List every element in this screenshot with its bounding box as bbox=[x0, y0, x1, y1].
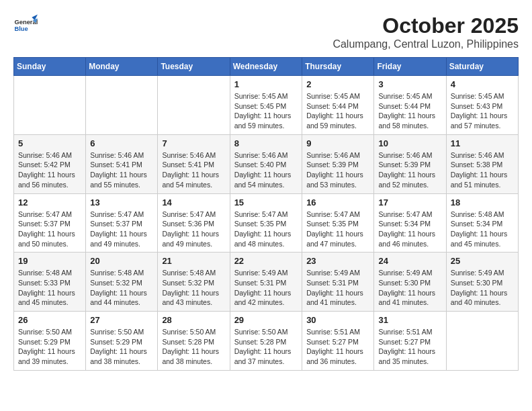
calendar-table: SundayMondayTuesdayWednesdayThursdayFrid… bbox=[13, 57, 519, 371]
weekday-header-friday: Friday bbox=[374, 58, 446, 76]
day-info: Sunrise: 5:48 AMSunset: 5:32 PMDaylight:… bbox=[90, 268, 154, 308]
weekday-header-saturday: Saturday bbox=[446, 58, 518, 76]
day-number: 2 bbox=[306, 79, 370, 89]
day-info: Sunrise: 5:46 AMSunset: 5:42 PMDaylight:… bbox=[18, 150, 82, 190]
day-number: 24 bbox=[378, 256, 442, 266]
day-info: Sunrise: 5:46 AMSunset: 5:39 PMDaylight:… bbox=[378, 150, 442, 190]
calendar-cell: 1Sunrise: 5:45 AMSunset: 5:45 PMDaylight… bbox=[230, 76, 302, 135]
day-info: Sunrise: 5:46 AMSunset: 5:41 PMDaylight:… bbox=[162, 150, 226, 190]
day-info: Sunrise: 5:50 AMSunset: 5:28 PMDaylight:… bbox=[162, 327, 226, 367]
calendar-cell: 25Sunrise: 5:49 AMSunset: 5:30 PMDayligh… bbox=[446, 253, 518, 312]
day-info: Sunrise: 5:46 AMSunset: 5:41 PMDaylight:… bbox=[90, 150, 154, 190]
day-info: Sunrise: 5:47 AMSunset: 5:36 PMDaylight:… bbox=[162, 210, 226, 249]
calendar-cell: 5Sunrise: 5:46 AMSunset: 5:42 PMDaylight… bbox=[14, 134, 86, 193]
day-info: Sunrise: 5:49 AMSunset: 5:30 PMDaylight:… bbox=[378, 268, 442, 308]
weekday-header-thursday: Thursday bbox=[302, 58, 374, 76]
day-number: 30 bbox=[306, 315, 370, 325]
day-info: Sunrise: 5:46 AMSunset: 5:39 PMDaylight:… bbox=[306, 150, 370, 190]
weekday-header-monday: Monday bbox=[86, 58, 158, 76]
logo-icon: General Blue bbox=[13, 13, 38, 38]
calendar-week-2: 5Sunrise: 5:46 AMSunset: 5:42 PMDaylight… bbox=[14, 134, 519, 193]
calendar-cell: 20Sunrise: 5:48 AMSunset: 5:32 PMDayligh… bbox=[86, 253, 158, 312]
day-number: 26 bbox=[18, 315, 82, 325]
day-number: 22 bbox=[234, 256, 299, 266]
weekday-header-tuesday: Tuesday bbox=[158, 58, 230, 76]
calendar-cell: 6Sunrise: 5:46 AMSunset: 5:41 PMDaylight… bbox=[86, 134, 158, 193]
day-number: 13 bbox=[90, 197, 154, 208]
svg-text:Blue: Blue bbox=[14, 26, 28, 32]
day-info: Sunrise: 5:48 AMSunset: 5:34 PMDaylight:… bbox=[451, 210, 515, 249]
day-info: Sunrise: 5:46 AMSunset: 5:38 PMDaylight:… bbox=[451, 150, 515, 190]
day-info: Sunrise: 5:50 AMSunset: 5:29 PMDaylight:… bbox=[90, 327, 154, 367]
location-title: Calumpang, Central Luzon, Philippines bbox=[332, 38, 519, 50]
calendar-cell bbox=[86, 76, 158, 135]
calendar-cell: 18Sunrise: 5:48 AMSunset: 5:34 PMDayligh… bbox=[446, 193, 518, 253]
day-info: Sunrise: 5:51 AMSunset: 5:27 PMDaylight:… bbox=[306, 327, 370, 367]
calendar-cell: 26Sunrise: 5:50 AMSunset: 5:29 PMDayligh… bbox=[14, 312, 86, 371]
calendar-cell: 3Sunrise: 5:45 AMSunset: 5:44 PMDaylight… bbox=[374, 76, 446, 135]
calendar-cell: 8Sunrise: 5:46 AMSunset: 5:40 PMDaylight… bbox=[230, 134, 302, 193]
calendar-cell: 28Sunrise: 5:50 AMSunset: 5:28 PMDayligh… bbox=[158, 312, 230, 371]
page-header: General Blue October 2025 Calumpang, Cen… bbox=[13, 13, 519, 50]
title-block: October 2025 Calumpang, Central Luzon, P… bbox=[332, 13, 519, 50]
calendar-cell: 9Sunrise: 5:46 AMSunset: 5:39 PMDaylight… bbox=[302, 134, 374, 193]
day-info: Sunrise: 5:47 AMSunset: 5:35 PMDaylight:… bbox=[306, 210, 370, 249]
day-info: Sunrise: 5:49 AMSunset: 5:31 PMDaylight:… bbox=[306, 268, 370, 308]
calendar-week-4: 19Sunrise: 5:48 AMSunset: 5:33 PMDayligh… bbox=[14, 253, 519, 312]
day-info: Sunrise: 5:47 AMSunset: 5:37 PMDaylight:… bbox=[18, 210, 82, 249]
day-number: 14 bbox=[162, 197, 226, 208]
calendar-cell bbox=[158, 76, 230, 135]
weekday-header-sunday: Sunday bbox=[14, 58, 86, 76]
calendar-cell: 23Sunrise: 5:49 AMSunset: 5:31 PMDayligh… bbox=[302, 253, 374, 312]
day-number: 6 bbox=[90, 138, 154, 148]
calendar-cell: 31Sunrise: 5:51 AMSunset: 5:27 PMDayligh… bbox=[374, 312, 446, 371]
day-number: 3 bbox=[378, 79, 442, 89]
day-number: 31 bbox=[378, 315, 442, 325]
day-number: 10 bbox=[378, 138, 442, 148]
calendar-cell: 24Sunrise: 5:49 AMSunset: 5:30 PMDayligh… bbox=[374, 253, 446, 312]
calendar-week-5: 26Sunrise: 5:50 AMSunset: 5:29 PMDayligh… bbox=[14, 312, 519, 371]
day-number: 27 bbox=[90, 315, 154, 325]
day-number: 19 bbox=[18, 256, 82, 266]
day-info: Sunrise: 5:47 AMSunset: 5:34 PMDaylight:… bbox=[378, 210, 442, 249]
day-info: Sunrise: 5:49 AMSunset: 5:30 PMDaylight:… bbox=[451, 268, 515, 308]
weekday-header-wednesday: Wednesday bbox=[230, 58, 302, 76]
day-info: Sunrise: 5:50 AMSunset: 5:28 PMDaylight:… bbox=[234, 327, 299, 367]
calendar-cell: 22Sunrise: 5:49 AMSunset: 5:31 PMDayligh… bbox=[230, 253, 302, 312]
day-info: Sunrise: 5:49 AMSunset: 5:31 PMDaylight:… bbox=[234, 268, 299, 308]
calendar-week-3: 12Sunrise: 5:47 AMSunset: 5:37 PMDayligh… bbox=[14, 193, 519, 253]
month-title: October 2025 bbox=[332, 13, 519, 38]
calendar-cell: 29Sunrise: 5:50 AMSunset: 5:28 PMDayligh… bbox=[230, 312, 302, 371]
day-number: 25 bbox=[451, 256, 515, 266]
day-number: 23 bbox=[306, 256, 370, 266]
day-info: Sunrise: 5:50 AMSunset: 5:29 PMDaylight:… bbox=[18, 327, 82, 367]
day-number: 15 bbox=[234, 197, 299, 208]
day-info: Sunrise: 5:45 AMSunset: 5:44 PMDaylight:… bbox=[306, 91, 370, 131]
day-info: Sunrise: 5:47 AMSunset: 5:35 PMDaylight:… bbox=[234, 210, 299, 249]
logo: General Blue bbox=[13, 13, 38, 38]
calendar-week-1: 1Sunrise: 5:45 AMSunset: 5:45 PMDaylight… bbox=[14, 76, 519, 135]
calendar-cell: 16Sunrise: 5:47 AMSunset: 5:35 PMDayligh… bbox=[302, 193, 374, 253]
calendar-cell: 7Sunrise: 5:46 AMSunset: 5:41 PMDaylight… bbox=[158, 134, 230, 193]
calendar-cell: 12Sunrise: 5:47 AMSunset: 5:37 PMDayligh… bbox=[14, 193, 86, 253]
day-info: Sunrise: 5:46 AMSunset: 5:40 PMDaylight:… bbox=[234, 150, 299, 190]
day-number: 4 bbox=[451, 79, 515, 89]
day-number: 21 bbox=[162, 256, 226, 266]
day-info: Sunrise: 5:48 AMSunset: 5:33 PMDaylight:… bbox=[18, 268, 82, 308]
day-number: 12 bbox=[18, 197, 82, 208]
day-number: 9 bbox=[306, 138, 370, 148]
day-number: 11 bbox=[451, 138, 515, 148]
calendar-cell: 13Sunrise: 5:47 AMSunset: 5:37 PMDayligh… bbox=[86, 193, 158, 253]
day-number: 29 bbox=[234, 315, 299, 325]
day-info: Sunrise: 5:51 AMSunset: 5:27 PMDaylight:… bbox=[378, 327, 442, 367]
calendar-cell bbox=[446, 312, 518, 371]
calendar-cell: 21Sunrise: 5:48 AMSunset: 5:32 PMDayligh… bbox=[158, 253, 230, 312]
day-number: 5 bbox=[18, 138, 82, 148]
day-info: Sunrise: 5:48 AMSunset: 5:32 PMDaylight:… bbox=[162, 268, 226, 308]
calendar-cell: 10Sunrise: 5:46 AMSunset: 5:39 PMDayligh… bbox=[374, 134, 446, 193]
calendar-cell: 30Sunrise: 5:51 AMSunset: 5:27 PMDayligh… bbox=[302, 312, 374, 371]
calendar-cell: 17Sunrise: 5:47 AMSunset: 5:34 PMDayligh… bbox=[374, 193, 446, 253]
day-number: 20 bbox=[90, 256, 154, 266]
calendar-cell bbox=[14, 76, 86, 135]
day-info: Sunrise: 5:45 AMSunset: 5:44 PMDaylight:… bbox=[378, 91, 442, 131]
